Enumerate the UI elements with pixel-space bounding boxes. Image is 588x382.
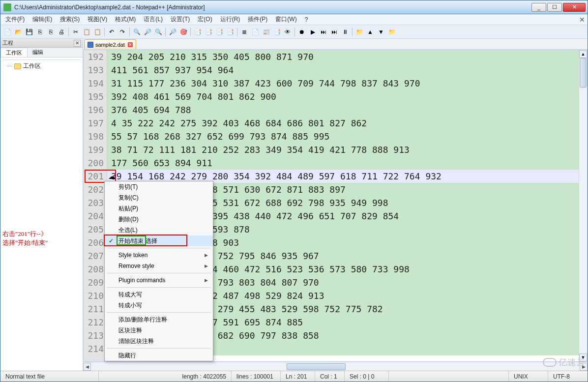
- minimize-button[interactable]: _: [531, 3, 546, 12]
- cm-delete[interactable]: 删除(D): [105, 214, 213, 225]
- menu-run[interactable]: 运行(R): [217, 14, 243, 25]
- toolbar-button[interactable]: 📁: [354, 27, 364, 37]
- code-line[interactable]: 38 71 72 111 181 210 252 283 349 354 419…: [107, 143, 587, 156]
- tree-root-item[interactable]: 工作区: [2, 62, 81, 70]
- cm-to-lower[interactable]: 转成小写: [105, 300, 213, 311]
- scroll-left-arrow[interactable]: ◀: [83, 363, 91, 371]
- cm-clear-block-comment[interactable]: 清除区块注释: [105, 336, 213, 347]
- line-number[interactable]: 201: [84, 170, 104, 183]
- cm-plugin-commands[interactable]: Plugin commands▶: [105, 275, 213, 286]
- cm-begin-end-select[interactable]: ✓ 开始/结束 选择: [105, 235, 213, 246]
- toolbar-button[interactable]: 🖨: [57, 27, 66, 37]
- toolbar-button[interactable]: ⏭: [329, 27, 339, 37]
- line-number[interactable]: 207: [84, 249, 104, 263]
- line-number[interactable]: 199: [84, 143, 104, 156]
- menu-window[interactable]: 窗口(W): [272, 14, 299, 25]
- code-line[interactable]: 177 560 653 894 911: [107, 156, 587, 170]
- line-number[interactable]: 206: [84, 236, 104, 249]
- toolbar-button[interactable]: 📑: [272, 27, 282, 37]
- scroll-h-track[interactable]: [91, 363, 580, 370]
- line-number[interactable]: 200: [84, 156, 104, 170]
- menu-view[interactable]: 视图(V): [85, 14, 110, 25]
- toolbar-button[interactable]: ⏺: [297, 27, 307, 37]
- cm-to-upper[interactable]: 转成大写: [105, 289, 213, 300]
- toolbar-button[interactable]: ✂: [71, 27, 81, 37]
- toolbar-button[interactable]: ⏸: [340, 27, 350, 37]
- toolbar-button[interactable]: ▶: [308, 27, 318, 37]
- file-tab[interactable]: sample2.dat ✕: [84, 39, 136, 49]
- line-number[interactable]: 204: [84, 209, 104, 223]
- menu-plugins[interactable]: 插件(P): [245, 14, 270, 25]
- toolbar-button[interactable]: ↷: [118, 27, 127, 37]
- toolbar-button[interactable]: 📰: [261, 27, 271, 37]
- line-number[interactable]: 198: [84, 130, 104, 143]
- secondary-close-button[interactable]: ✕: [579, 16, 585, 24]
- toolbar-button[interactable]: 💾: [24, 27, 34, 37]
- line-number[interactable]: 213: [84, 329, 104, 342]
- toolbar-button[interactable]: 🔎: [168, 27, 177, 37]
- code-line[interactable]: 4 35 222 242 275 392 403 468 684 686 801…: [107, 117, 587, 130]
- toolbar-button[interactable]: 📄: [2, 27, 12, 37]
- cm-remove-style[interactable]: Remove style▶: [105, 261, 213, 271]
- cm-toggle-comment[interactable]: 添加/删除单行注释: [105, 314, 213, 325]
- toolbar-button[interactable]: ⎘: [46, 27, 56, 37]
- code-line[interactable]: 376 405 694 788: [107, 103, 587, 117]
- toolbar-button[interactable]: 📁: [387, 27, 397, 37]
- cm-paste[interactable]: 粘贴(P): [105, 203, 213, 214]
- toolbar-button[interactable]: ▲: [365, 27, 375, 37]
- horizontal-scrollbar[interactable]: ◀ ▶: [83, 362, 588, 371]
- menu-format[interactable]: 格式(M): [112, 14, 139, 25]
- menu-file[interactable]: 文件(F): [2, 14, 28, 25]
- line-number[interactable]: 196: [84, 103, 104, 117]
- toolbar-button[interactable]: ↶: [107, 27, 117, 37]
- toolbar-button[interactable]: ⏭: [319, 27, 328, 37]
- toolbar-button[interactable]: ⎘: [35, 27, 45, 37]
- scroll-track[interactable]: [579, 58, 587, 353]
- toolbar-button[interactable]: 🔎: [143, 27, 152, 37]
- code-line[interactable]: 411 561 857 937 954 964: [107, 63, 587, 77]
- menu-macro[interactable]: 宏(O): [195, 14, 215, 25]
- toolbar-button[interactable]: 📑: [204, 27, 213, 37]
- tab-close-icon[interactable]: ✕: [128, 42, 133, 47]
- code-line[interactable]: 39 204 205 210 315 350 405 800 871 970: [107, 50, 587, 63]
- menu-language[interactable]: 语言(L): [141, 14, 166, 25]
- menu-edit[interactable]: 编辑(E): [29, 14, 55, 25]
- tab-workspace[interactable]: 工作区: [0, 48, 28, 57]
- toolbar-button[interactable]: 📋: [82, 27, 91, 37]
- toolbar-button[interactable]: 📑: [214, 27, 224, 37]
- scroll-right-arrow[interactable]: ▶: [580, 363, 588, 371]
- toolbar-button[interactable]: 🔍: [153, 27, 163, 37]
- cm-block-comment[interactable]: 区块注释: [105, 325, 213, 336]
- menu-settings[interactable]: 设置(T): [168, 14, 193, 25]
- line-number[interactable]: 214: [84, 342, 104, 355]
- toolbar-button[interactable]: ≣: [239, 27, 249, 37]
- cm-style-token[interactable]: Style token▶: [105, 250, 213, 261]
- cm-select-all[interactable]: 全选(L): [105, 225, 213, 235]
- line-number[interactable]: 203: [84, 196, 104, 209]
- vertical-scrollbar[interactable]: ▲ ▼: [579, 50, 587, 361]
- toolbar-button[interactable]: 📋: [92, 27, 102, 37]
- toolbar-button[interactable]: 📑: [193, 27, 203, 37]
- line-number-gutter[interactable]: 1921931941951961971981992002012022032042…: [84, 50, 107, 361]
- scroll-h-thumb[interactable]: [287, 363, 346, 370]
- scroll-down-arrow[interactable]: ▼: [579, 353, 587, 361]
- code-line[interactable]: 55 57 168 268 327 652 699 793 874 885 99…: [107, 130, 587, 143]
- toolbar-button[interactable]: 🔍: [132, 27, 142, 37]
- toolbar-button[interactable]: 👁: [283, 27, 293, 37]
- line-number[interactable]: 211: [84, 302, 104, 316]
- toolbar-button[interactable]: 📂: [13, 27, 23, 37]
- line-number[interactable]: 210: [84, 289, 104, 302]
- code-line[interactable]: 392 408 461 569 704 801 862 900: [107, 90, 587, 103]
- tab-edit[interactable]: 编辑: [28, 48, 48, 57]
- line-number[interactable]: 205: [84, 223, 104, 236]
- scroll-thumb[interactable]: [580, 58, 587, 88]
- line-number[interactable]: 208: [84, 263, 104, 276]
- line-number[interactable]: 192: [84, 50, 104, 63]
- line-number[interactable]: 194: [84, 77, 104, 90]
- maximize-button[interactable]: ☐: [547, 3, 562, 12]
- line-number[interactable]: 212: [84, 316, 104, 329]
- cm-copy[interactable]: 复制(C): [105, 192, 213, 203]
- cm-cut[interactable]: 剪切(T): [105, 181, 213, 192]
- menu-help[interactable]: ?: [302, 15, 311, 24]
- panel-close-button[interactable]: ✕: [74, 40, 81, 47]
